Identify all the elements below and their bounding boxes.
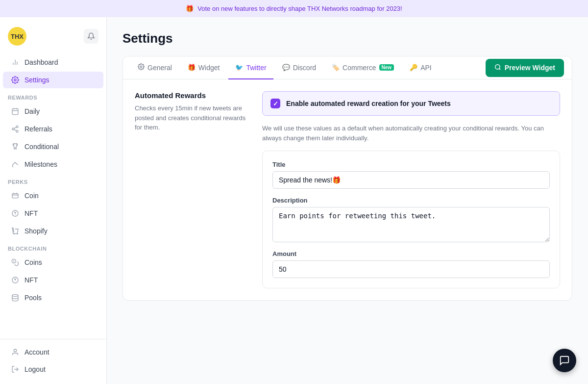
svg-point-28: [495, 64, 499, 69]
search-icon: [494, 64, 501, 72]
settings-label: Settings: [24, 76, 49, 84]
coins-icon: [11, 258, 20, 267]
new-badge: New: [379, 64, 394, 71]
svg-point-24: [12, 294, 18, 296]
general-tab-icon: [138, 63, 145, 72]
trophy-icon: [11, 142, 20, 151]
dashboard-label: Dashboard: [24, 58, 58, 66]
twitter-tab-icon: 🐦: [235, 64, 243, 71]
api-tab-icon: 🔑: [410, 64, 417, 71]
tab-widget[interactable]: 🎁 Widget: [181, 57, 227, 79]
logo: THX: [8, 27, 26, 46]
chat-button[interactable]: [553, 349, 576, 372]
main-content: Settings General 🎁 Widget 🐦: [107, 17, 588, 384]
enable-checkbox[interactable]: [270, 99, 280, 108]
sidebar-item-conditional[interactable]: Conditional: [3, 138, 103, 155]
announcement-banner: 🎁 Vote on new features to directly shape…: [0, 0, 588, 17]
nft-label: NFT: [24, 209, 38, 217]
commerce-tab-icon: 🏷️: [332, 64, 340, 71]
preview-widget-button[interactable]: Preview Widget: [486, 59, 564, 77]
discord-tab-icon: 💬: [282, 64, 290, 71]
milestones-label: Milestones: [24, 160, 57, 168]
twitter-tab-content: Automated Rewards Checks every 15min if …: [123, 79, 572, 300]
sidebar-item-settings[interactable]: Settings: [3, 72, 103, 88]
rewards-section-label: Rewards: [0, 89, 106, 102]
widget-tab-label: Widget: [198, 64, 220, 72]
sidebar-item-dashboard[interactable]: Dashboard: [3, 54, 103, 71]
tab-commerce[interactable]: 🏷️ Commerce New: [325, 57, 401, 79]
sidebar-logo-area: THX: [0, 23, 106, 53]
coin-label: Coin: [24, 192, 39, 200]
title-field-label: Title: [272, 161, 550, 168]
automated-rewards-description: Checks every 15min if new tweets are pos…: [135, 103, 250, 132]
sidebar-item-coin[interactable]: Coin: [3, 187, 103, 204]
tab-discord[interactable]: 💬 Discord: [275, 57, 323, 79]
tab-api[interactable]: 🔑 API: [403, 57, 439, 79]
sidebar-item-nft2[interactable]: NFT: [3, 272, 103, 288]
enable-checkbox-row[interactable]: Enable automated reward creation for you…: [262, 91, 560, 116]
gear-icon: [11, 76, 20, 84]
twitter-tab-label: Twitter: [246, 64, 266, 72]
sidebar-item-logout[interactable]: Logout: [3, 361, 103, 378]
sidebar-item-nft[interactable]: NFT: [3, 205, 103, 222]
sidebar-item-milestones[interactable]: Milestones: [3, 156, 103, 173]
description-field-label: Description: [272, 197, 550, 204]
nft-icon: [11, 209, 20, 218]
notifications-icon[interactable]: [84, 29, 98, 44]
sidebar-item-daily[interactable]: Daily: [3, 103, 103, 120]
shopify-label: Shopify: [24, 227, 48, 235]
svg-point-20: [14, 233, 14, 234]
api-tab-label: API: [420, 64, 432, 72]
svg-line-29: [499, 68, 500, 70]
nft2-icon: [11, 276, 20, 284]
description-field-group: Description: [272, 197, 550, 242]
amount-input[interactable]: [272, 260, 550, 278]
svg-point-8: [16, 126, 18, 128]
pools-icon: [11, 293, 20, 302]
calendar-icon: [11, 107, 20, 116]
user-icon: [11, 348, 20, 357]
shopify-icon: [11, 227, 20, 235]
svg-point-9: [12, 128, 14, 130]
referrals-label: Referrals: [24, 125, 52, 133]
description-input[interactable]: [272, 207, 550, 242]
logout-label: Logout: [24, 365, 46, 373]
title-input[interactable]: [272, 171, 550, 189]
pools-label: Pools: [24, 294, 42, 302]
share-icon: [11, 125, 20, 133]
svg-point-21: [17, 233, 18, 234]
sidebar-bottom: Account Logout: [0, 339, 106, 378]
preview-btn-label: Preview Widget: [505, 64, 555, 72]
sidebar: THX Dashboard Settings: [0, 17, 107, 384]
sidebar-item-coins[interactable]: Coins: [3, 254, 103, 271]
tabs-bar: General 🎁 Widget 🐦 Twitter 💬 Discord 🏷️ …: [123, 56, 572, 79]
svg-line-12: [14, 127, 17, 128]
tab-right-panel: Enable automated reward creation for you…: [262, 91, 560, 288]
chart-icon: [11, 58, 20, 67]
svg-point-10: [16, 130, 18, 132]
sidebar-item-pools[interactable]: Pools: [3, 289, 103, 306]
helper-text: We will use these values as a default wh…: [262, 124, 560, 143]
account-label: Account: [24, 348, 49, 356]
perks-section-label: Perks: [0, 173, 106, 187]
conditional-label: Conditional: [24, 143, 59, 151]
sidebar-item-shopify[interactable]: Shopify: [3, 223, 103, 239]
tab-twitter[interactable]: 🐦 Twitter: [228, 57, 273, 79]
widget-tab-icon: 🎁: [188, 64, 196, 71]
discord-tab-label: Discord: [293, 64, 316, 72]
daily-label: Daily: [24, 107, 40, 115]
amount-field-group: Amount: [272, 250, 550, 278]
sidebar-item-account[interactable]: Account: [3, 344, 103, 360]
flag-icon: [11, 160, 20, 169]
svg-point-27: [140, 66, 142, 68]
coins-label: Coins: [24, 258, 42, 266]
commerce-tab-label: Commerce: [343, 64, 376, 72]
tab-general[interactable]: General: [131, 56, 179, 79]
svg-point-3: [14, 79, 16, 81]
page-title: Settings: [122, 31, 572, 46]
general-tab-label: General: [147, 64, 172, 72]
banner-text: Vote on new features to directly shape T…: [197, 5, 402, 12]
automated-rewards-title: Automated Rewards: [135, 91, 250, 100]
sidebar-item-referrals[interactable]: Referrals: [3, 121, 103, 137]
amount-field-label: Amount: [272, 250, 550, 257]
